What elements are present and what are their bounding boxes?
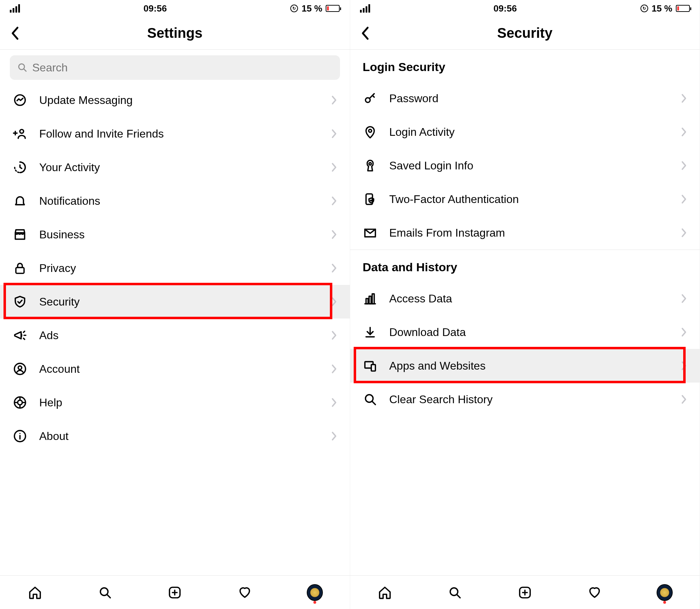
chevron-right-icon (331, 128, 337, 139)
screen-security: 09:56 ↻ 15 % Security Login Security Pas… (350, 0, 700, 609)
battery-icon (676, 5, 690, 12)
tab-home[interactable] (27, 584, 43, 601)
phone-shield-icon (363, 192, 377, 206)
tab-profile[interactable] (657, 584, 673, 601)
svg-line-1 (24, 69, 26, 71)
info-icon (13, 429, 27, 443)
status-bar: 09:56 ↻ 15 % (350, 0, 700, 17)
chevron-left-icon (11, 26, 19, 40)
storefront-icon (13, 227, 27, 241)
security-row-access-data[interactable]: Access Data (350, 282, 700, 315)
search-icon (18, 63, 27, 72)
row-label: Ads (39, 329, 331, 342)
keyhole-icon (363, 158, 377, 173)
security-row-saved-login-info[interactable]: Saved Login Info (350, 149, 700, 182)
row-label: Notifications (39, 195, 331, 208)
back-button[interactable] (10, 28, 20, 38)
lock-icon (13, 261, 27, 275)
home-icon (378, 586, 392, 600)
devices-icon (363, 358, 377, 373)
status-time: 09:56 (144, 3, 167, 14)
chevron-right-icon (331, 431, 337, 441)
back-button[interactable] (360, 28, 370, 38)
status-bar: 09:56 ↻ 15 % (0, 0, 350, 17)
tab-search[interactable] (447, 584, 463, 601)
settings-row-follow-and-invite-friends[interactable]: Follow and Invite Friends (0, 117, 350, 150)
settings-row-privacy[interactable]: Privacy (0, 251, 350, 285)
chevron-right-icon (681, 93, 687, 104)
chevron-right-icon (681, 327, 687, 337)
chevron-right-icon (331, 95, 337, 105)
battery-percentage: 15 % (652, 3, 672, 14)
location-pin-icon (363, 125, 377, 139)
security-row-clear-search-history[interactable]: Clear Search History (350, 383, 700, 416)
settings-row-about[interactable]: About (0, 419, 350, 453)
search-input-container[interactable] (10, 55, 340, 80)
chevron-right-icon (681, 227, 687, 238)
settings-row-your-activity[interactable]: Your Activity (0, 150, 350, 184)
tab-home[interactable] (377, 584, 393, 601)
chevron-right-icon (331, 128, 337, 139)
chevron-right-icon (331, 162, 337, 173)
security-row-download-data[interactable]: Download Data (350, 315, 700, 349)
search-input[interactable] (32, 61, 332, 74)
profile-avatar-icon (657, 584, 673, 601)
chevron-right-icon (331, 162, 337, 173)
chevron-right-icon (331, 397, 337, 408)
settings-row-notifications[interactable]: Notifications (0, 184, 350, 218)
svg-rect-40 (371, 365, 375, 371)
devices-icon (363, 359, 377, 373)
settings-row-ads[interactable]: Ads (0, 318, 350, 352)
bottom-tab-bar (350, 575, 700, 609)
shield-check-icon (13, 295, 27, 309)
security-row-login-activity[interactable]: Login Activity (350, 115, 700, 149)
svg-rect-35 (369, 296, 371, 304)
orientation-lock-icon: ↻ (640, 5, 648, 12)
tab-new[interactable] (167, 584, 183, 601)
messenger-icon (13, 93, 27, 107)
row-label: Download Data (389, 326, 681, 339)
key-icon (363, 91, 377, 106)
messenger-icon (13, 93, 27, 107)
phone-shield-icon (363, 192, 377, 206)
row-label: Account (39, 363, 331, 376)
tab-activity[interactable] (237, 584, 253, 601)
settings-row-update-messaging[interactable]: Update Messaging (0, 83, 350, 117)
tab-profile[interactable] (307, 584, 323, 601)
security-row-apps-and-websites[interactable]: Apps and Websites (350, 349, 700, 383)
chevron-right-icon (331, 296, 337, 307)
chevron-right-icon (681, 93, 687, 104)
row-label: Follow and Invite Friends (39, 127, 331, 140)
security-row-password[interactable]: Password (350, 82, 700, 115)
chevron-right-icon (681, 160, 687, 171)
svg-line-42 (372, 401, 375, 405)
security-row-emails-from-instagram[interactable]: Emails From Instagram (350, 216, 700, 250)
tab-activity[interactable] (587, 584, 603, 601)
magnifier-icon (98, 586, 112, 600)
storefront-icon (13, 227, 27, 242)
page-title: Settings (147, 25, 202, 41)
add-friend-icon (13, 126, 27, 141)
svg-point-3 (20, 130, 24, 133)
settings-row-security[interactable]: Security (0, 285, 350, 318)
page-header: Settings (0, 17, 350, 50)
security-row-two-factor-authentication[interactable]: Two-Factor Authentication (350, 182, 700, 216)
settings-row-business[interactable]: Business (0, 218, 350, 251)
download-icon (363, 325, 377, 339)
row-label: Login Activity (389, 126, 681, 139)
home-icon (28, 586, 42, 600)
chevron-right-icon (331, 397, 337, 408)
row-label: Clear Search History (389, 393, 681, 406)
chevron-right-icon (681, 127, 687, 137)
chevron-right-icon (331, 95, 337, 105)
svg-point-30 (369, 163, 371, 165)
svg-point-29 (368, 130, 371, 132)
cellular-signal-icon (10, 4, 20, 13)
row-label: Saved Login Info (389, 159, 681, 172)
settings-row-help[interactable]: Help (0, 386, 350, 419)
tab-new[interactable] (517, 584, 533, 601)
row-label: Privacy (39, 262, 331, 275)
settings-row-account[interactable]: Account (0, 352, 350, 386)
tab-search[interactable] (97, 584, 113, 601)
profile-avatar-icon (307, 584, 323, 601)
